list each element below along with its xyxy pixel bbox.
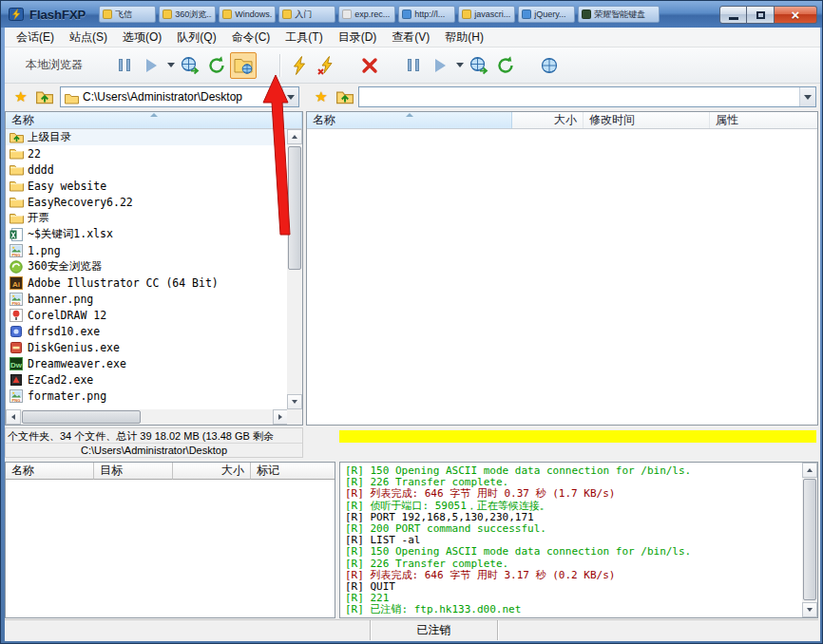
list-item[interactable]: 开票 <box>6 210 287 226</box>
clone-browser-button[interactable] <box>536 52 563 79</box>
local-path-value: C:\Users\Administrator\Desktop <box>83 90 282 104</box>
menu-item[interactable]: 命令(C) <box>224 28 278 48</box>
start-remote-dropdown[interactable] <box>453 52 466 79</box>
menu-item[interactable]: 站点(S) <box>62 28 115 48</box>
list-item[interactable]: 22 <box>6 145 287 161</box>
local-vertical-scrollbar[interactable] <box>287 129 302 409</box>
local-horizontal-scrollbar[interactable] <box>6 409 288 425</box>
list-item[interactable]: AiAdobe Illustrator CC (64 Bit) <box>6 275 287 291</box>
file-name: DiskGenius.exe <box>28 341 120 354</box>
local-folder-view-button[interactable] <box>230 52 257 79</box>
list-item[interactable]: DiskGenius.exe <box>6 339 287 355</box>
column-label: 名称 <box>11 463 34 479</box>
pause-remote-button[interactable] <box>400 52 427 79</box>
remote-up-folder-button[interactable] <box>334 87 356 106</box>
column-header-modified[interactable]: 修改时间 <box>584 112 710 128</box>
file-name: CorelDRAW 12 <box>28 309 106 322</box>
scrollbar-thumb[interactable] <box>803 479 816 600</box>
pause-queue-button[interactable] <box>111 52 138 79</box>
start-queue-button[interactable] <box>138 52 164 79</box>
menu-item[interactable]: 选项(O) <box>115 28 169 48</box>
column-header-name[interactable]: 名称 <box>307 112 512 128</box>
remote-file-pane: 名称 大小 修改时间 属性 <box>306 111 818 426</box>
list-item[interactable]: CorelDRAW 12 <box>6 307 287 323</box>
favicon-icon <box>462 9 471 19</box>
connect-button[interactable] <box>286 52 313 79</box>
favicon-icon <box>103 9 112 19</box>
menu-item[interactable]: 队列(Q) <box>169 28 223 48</box>
list-item[interactable]: ~$关键词1.xlsx <box>6 226 287 242</box>
queue-column-target[interactable]: 目标 <box>94 463 173 480</box>
list-item[interactable]: EasyRecovery6.22 <box>6 194 287 210</box>
queue-column-flags[interactable]: 标记 <box>251 463 335 480</box>
sort-ascending-icon <box>406 113 413 117</box>
titlebar-tab[interactable]: 入门 <box>278 6 335 23</box>
column-label: 大小 <box>221 463 244 479</box>
star-icon: ★ <box>315 89 327 104</box>
column-header-attributes[interactable]: 属性 <box>710 112 817 128</box>
menu-item[interactable]: 帮助(H) <box>437 28 491 48</box>
refresh-remote-button[interactable] <box>492 52 519 79</box>
start-queue-dropdown[interactable] <box>164 52 177 79</box>
menu-item[interactable]: 工具(T) <box>278 28 330 48</box>
transfer-button[interactable] <box>177 52 203 79</box>
titlebar-tab[interactable]: exp.rec... <box>338 6 395 23</box>
menu-item[interactable]: 会话(E) <box>9 28 62 48</box>
titlebar-tabs: 飞信360浏览...Windows...入门exp.rec...http://l… <box>99 5 703 24</box>
flashfxp-window: FlashFXP 飞信360浏览...Windows...入门exp.rec..… <box>0 0 823 644</box>
remote-favorites-button[interactable]: ★ <box>313 88 330 105</box>
abort-button[interactable] <box>356 52 383 79</box>
list-item[interactable]: PNGbanner.png <box>6 291 287 307</box>
titlebar-tab[interactable]: javascri... <box>458 6 515 23</box>
scrollbar-thumb[interactable] <box>22 410 141 424</box>
scroll-down-icon <box>292 400 297 404</box>
log-vertical-scrollbar[interactable] <box>802 463 817 617</box>
remote-list-header: 名称 大小 修改时间 属性 <box>307 112 817 129</box>
list-item[interactable]: DwDreamweaver.exe <box>6 355 287 371</box>
folder-icon <box>10 196 24 209</box>
list-item[interactable]: EzCad2.exe <box>6 371 287 388</box>
local-up-folder-button[interactable] <box>33 87 56 106</box>
disconnect-button[interactable] <box>313 52 339 79</box>
maximize-icon <box>756 11 765 19</box>
titlebar-tab[interactable]: 飞信 <box>99 6 156 23</box>
titlebar-tab[interactable]: 360浏览... <box>159 6 216 23</box>
titlebar-tab[interactable]: jQuery... <box>518 6 575 23</box>
favicon-icon <box>522 9 531 19</box>
scrollbar-thumb[interactable] <box>288 146 301 270</box>
menu-item[interactable]: 查看(V) <box>384 28 437 48</box>
refresh-local-button[interactable] <box>203 52 230 79</box>
queue-column-name[interactable]: 名称 <box>6 463 94 480</box>
menu-item[interactable]: 目录(D) <box>331 28 385 48</box>
minimize-button[interactable] <box>719 6 747 24</box>
remote-transfer-button[interactable] <box>466 52 492 79</box>
column-label: 属性 <box>716 112 738 128</box>
titlebar-tab[interactable]: http://l... <box>398 6 455 23</box>
start-remote-button[interactable] <box>427 52 453 79</box>
maximize-button[interactable] <box>747 6 775 24</box>
queue-highlight-row <box>339 430 816 443</box>
column-header-size[interactable]: 大小 <box>512 112 584 128</box>
remote-path-dropdown[interactable] <box>799 87 815 106</box>
log-line: [R] 列表完成: 646 字节 用时 3.17 秒 (0.2 KB/s) <box>345 570 797 581</box>
list-item[interactable]: 上级目录 <box>6 129 287 145</box>
list-item[interactable]: 360安全浏览器 <box>6 258 287 275</box>
local-path-dropdown[interactable] <box>282 87 298 106</box>
list-item[interactable]: PNG1.png <box>6 242 287 258</box>
titlebar[interactable]: FlashFXP 飞信360浏览...Windows...入门exp.rec..… <box>1 1 823 28</box>
chevron-down-icon <box>456 63 464 67</box>
remote-path-combobox[interactable] <box>358 86 816 107</box>
queue-column-size[interactable]: 大小 <box>173 463 251 480</box>
local-path-combobox[interactable]: C:\Users\Administrator\Desktop <box>60 86 299 107</box>
list-item[interactable]: dfrsd10.exe <box>6 323 287 339</box>
local-status-panel: 个文件夹、34 个文件、总计 39 18.02 MB (13.48 GB 剩余 … <box>5 427 303 458</box>
list-item[interactable]: Easy website <box>6 178 287 194</box>
column-header-name[interactable]: 名称 <box>6 112 302 128</box>
list-item[interactable]: dddd <box>6 161 287 178</box>
local-browser-button[interactable]: 本地浏览器 <box>14 52 94 78</box>
list-item[interactable]: PNGformater.png <box>6 388 287 404</box>
local-favorites-button[interactable]: ★ <box>12 88 29 105</box>
titlebar-tab[interactable]: 荣耀智能键盘 <box>578 6 660 23</box>
close-button[interactable]: × <box>775 6 817 24</box>
titlebar-tab[interactable]: Windows... <box>219 6 276 23</box>
